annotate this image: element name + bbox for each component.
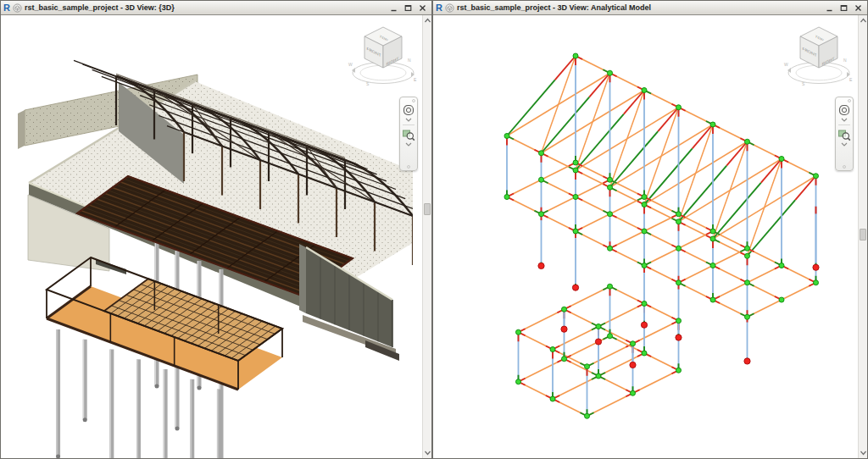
scroll-down-button[interactable] bbox=[423, 447, 431, 458]
scroll-up-button[interactable] bbox=[423, 15, 431, 26]
chevron-down-icon bbox=[860, 450, 867, 456]
scrollbar-thumb[interactable] bbox=[860, 229, 866, 241]
zoom-menu-arrow[interactable] bbox=[405, 142, 412, 147]
window-title: rst_basic_sample_project - 3D View: {3D} bbox=[25, 3, 175, 12]
navbar-handle-dot-bottom bbox=[843, 165, 846, 169]
zoom-icon bbox=[402, 128, 415, 141]
window-title: rst_basic_sample_project - 3D View: Anal… bbox=[457, 3, 651, 12]
titlebar-analytical[interactable]: R rst_basic_sample_project - 3D View: An… bbox=[433, 1, 867, 15]
navbar-divider bbox=[403, 124, 415, 125]
steering-wheel-menu-arrow[interactable] bbox=[405, 118, 412, 122]
steering-wheel-icon bbox=[402, 103, 415, 117]
chevron-up-icon bbox=[860, 18, 867, 24]
steering-wheel-icon bbox=[837, 103, 851, 117]
viewcube[interactable]: N E S W TOP FRONT RIGHT bbox=[779, 19, 854, 100]
navigation-bar bbox=[399, 97, 418, 171]
scrollbar-track[interactable] bbox=[859, 26, 867, 447]
chevron-up-icon bbox=[424, 18, 431, 24]
navbar-handle-dot-bottom bbox=[407, 165, 410, 169]
revit-logo-icon: R bbox=[436, 3, 442, 12]
scroll-up-button[interactable] bbox=[859, 15, 867, 26]
window-3d-view-physical: R rst_basic_sample_project - 3D View: {3… bbox=[0, 0, 432, 459]
window-3d-view-analytical: R rst_basic_sample_project - 3D View: An… bbox=[432, 0, 868, 459]
chevron-down-icon bbox=[424, 450, 431, 456]
minimize-icon bbox=[390, 4, 398, 12]
zoom-icon bbox=[837, 128, 851, 141]
vertical-scrollbar[interactable] bbox=[422, 15, 431, 458]
compass-west-label[interactable]: W bbox=[784, 62, 788, 67]
chevron-down-icon bbox=[841, 118, 848, 122]
compass-east-label[interactable]: E bbox=[414, 77, 417, 82]
titlebar-physical[interactable]: R rst_basic_sample_project - 3D View: {3… bbox=[1, 1, 431, 15]
minimize-icon bbox=[826, 4, 833, 12]
view-3d-icon bbox=[13, 3, 22, 13]
viewport-3d-analytical[interactable]: N E S W TOP FRONT RIGHT bbox=[433, 15, 867, 458]
viewport-3d-physical[interactable]: N E S W TOP FRONT RIGHT bbox=[1, 15, 431, 458]
maximize-button[interactable] bbox=[402, 3, 415, 13]
navbar-divider bbox=[838, 124, 850, 125]
compass-west-label[interactable]: W bbox=[348, 62, 353, 67]
maximize-icon bbox=[840, 4, 848, 12]
compass-east-label[interactable]: E bbox=[849, 77, 853, 82]
navbar-handle-dot-top bbox=[848, 99, 851, 102]
close-button[interactable] bbox=[852, 3, 865, 13]
scroll-down-button[interactable] bbox=[859, 447, 867, 458]
chevron-down-icon bbox=[405, 118, 412, 122]
maximize-icon bbox=[404, 4, 412, 12]
close-button[interactable] bbox=[416, 3, 429, 13]
maximize-button[interactable] bbox=[837, 3, 850, 13]
steering-wheel-menu-arrow[interactable] bbox=[841, 118, 848, 122]
viewcube[interactable]: N E S W TOP FRONT RIGHT bbox=[343, 19, 418, 100]
chevron-down-icon bbox=[841, 142, 848, 147]
steering-wheel-button[interactable] bbox=[402, 103, 415, 117]
minimize-button[interactable] bbox=[823, 3, 836, 13]
close-icon bbox=[419, 4, 426, 12]
close-icon bbox=[854, 4, 862, 12]
revit-logo-icon: R bbox=[3, 3, 10, 12]
vertical-scrollbar[interactable] bbox=[858, 15, 867, 458]
zoom-button[interactable] bbox=[837, 128, 851, 141]
compass-north-label[interactable]: N bbox=[843, 58, 847, 63]
zoom-menu-arrow[interactable] bbox=[841, 142, 848, 147]
navigation-bar bbox=[835, 97, 854, 171]
scrollbar-track[interactable] bbox=[423, 26, 431, 447]
compass-north-label[interactable]: N bbox=[408, 58, 411, 63]
zoom-button[interactable] bbox=[402, 128, 415, 141]
navbar-handle-dot-top bbox=[412, 99, 415, 102]
minimize-button[interactable] bbox=[387, 3, 400, 13]
view-3d-icon bbox=[445, 3, 454, 13]
scrollbar-thumb[interactable] bbox=[424, 203, 431, 215]
steering-wheel-button[interactable] bbox=[837, 103, 851, 117]
chevron-down-icon bbox=[405, 142, 412, 147]
